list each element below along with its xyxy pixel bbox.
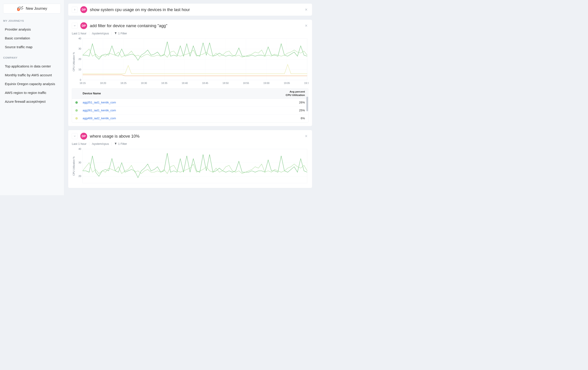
filter-chip[interactable]: 1 Filter xyxy=(112,142,130,146)
collapse-button[interactable] xyxy=(72,23,78,29)
chart: CPU Utilization % 203040 xyxy=(72,148,308,184)
chevron-down-icon xyxy=(74,135,76,137)
metric-path[interactable]: /system/cpus xyxy=(89,32,112,35)
scrollbar-thumb[interactable] xyxy=(306,97,308,111)
svg-text:18:30: 18:30 xyxy=(141,82,147,85)
svg-rect-36 xyxy=(83,149,307,183)
svg-text:18:25: 18:25 xyxy=(120,82,126,85)
series-dot-icon xyxy=(75,101,78,104)
close-button[interactable]: × xyxy=(304,7,308,12)
chevron-right-icon xyxy=(74,9,76,11)
meta-bar: Last 1 hour /system/cpus 1 Filter xyxy=(72,32,308,35)
filter-label: 1 Filter xyxy=(118,32,127,35)
series-dot-icon xyxy=(75,117,78,120)
query-text: where usage is above 10% xyxy=(90,134,301,138)
svg-text:40: 40 xyxy=(78,148,81,150)
y-axis-title: CPU Utilization % xyxy=(72,37,75,86)
svg-text:19:10: 19:10 xyxy=(304,82,308,85)
svg-text:30: 30 xyxy=(78,48,81,50)
metric-value: 25% xyxy=(268,109,305,112)
expand-button[interactable] xyxy=(72,7,78,13)
svg-text:19:05: 19:05 xyxy=(284,82,290,85)
y-axis-title: CPU Utilization % xyxy=(72,148,75,184)
main-content: DP show system cpu usage on my devices i… xyxy=(64,0,316,195)
metric-value: 26% xyxy=(268,101,305,104)
query-card: DP add filter for device name containing… xyxy=(68,20,312,126)
avatar: DP xyxy=(80,22,87,29)
meta-bar: Last 1 hour /system/cpus 1 Filter xyxy=(72,142,308,146)
svg-text:18:35: 18:35 xyxy=(161,82,168,85)
filter-label: 1 Filter xyxy=(118,142,127,146)
svg-text:18:45: 18:45 xyxy=(202,82,208,85)
svg-text:10: 10 xyxy=(78,68,81,71)
svg-text:30: 30 xyxy=(78,161,81,164)
section-label-my-journeys: MY JOURNEYS xyxy=(3,19,61,22)
query-text: show system cpu usage on my devices in t… xyxy=(90,7,301,12)
journey-icon xyxy=(17,6,23,11)
company-list: Top applications in data center Monthly … xyxy=(3,62,61,106)
metric-value: 6% xyxy=(268,116,305,120)
filter-icon xyxy=(115,32,117,35)
col-metric: Avg percent CPU Utilization xyxy=(268,90,305,97)
sidebar-item[interactable]: Azure firewall accept/reject xyxy=(3,97,61,106)
sidebar-item[interactable]: AWS region to region traffic xyxy=(3,88,61,97)
svg-text:0: 0 xyxy=(80,79,81,81)
metric-path[interactable]: /system/cpus xyxy=(89,142,112,146)
close-button[interactable]: × xyxy=(304,134,308,139)
table-row[interactable]: agg351_iad1_kentik_com 26% xyxy=(72,99,308,106)
col-device-name: Device Name xyxy=(83,92,268,95)
query-text: add filter for device name containing "a… xyxy=(90,23,301,28)
close-icon: × xyxy=(305,7,307,12)
section-label-company: COMPANY xyxy=(3,56,61,59)
svg-text:18:40: 18:40 xyxy=(182,82,188,85)
avatar: DP xyxy=(80,6,87,13)
chart: CPU Utilization % 01020304018:1518:2018:… xyxy=(72,37,308,86)
sidebar-item[interactable]: Top applications in data center xyxy=(3,62,61,71)
svg-text:18:15: 18:15 xyxy=(80,82,86,85)
table-header: Device Name Avg percent CPU Utilization xyxy=(72,88,308,99)
device-link[interactable]: agg469_iad2_kentik_com xyxy=(83,116,268,120)
close-icon: × xyxy=(305,23,307,28)
filter-icon xyxy=(115,142,117,146)
close-button[interactable]: × xyxy=(304,23,308,29)
filter-chip[interactable]: 1 Filter xyxy=(112,32,130,35)
table-row[interactable]: agg469_iad2_kentik_com 6% xyxy=(72,115,308,122)
device-table: Device Name Avg percent CPU Utilization … xyxy=(72,88,308,122)
series-dot-icon xyxy=(75,109,78,112)
sidebar-item[interactable]: Source traffic map xyxy=(3,43,61,52)
svg-text:20: 20 xyxy=(78,175,81,177)
svg-text:18:55: 18:55 xyxy=(243,82,249,85)
svg-text:40: 40 xyxy=(78,37,81,40)
device-link[interactable]: agg351_iad1_kentik_com xyxy=(83,101,268,104)
svg-text:20: 20 xyxy=(78,58,81,60)
collapse-button[interactable] xyxy=(72,133,78,139)
new-journey-button[interactable]: New Journey xyxy=(3,4,61,13)
query-card: DP show system cpu usage on my devices i… xyxy=(68,3,312,16)
my-journeys-list: Provider analysis Basic correlation Sour… xyxy=(3,25,61,52)
device-link[interactable]: agg361_iad1_kentik_com xyxy=(83,109,268,112)
query-card: DP where usage is above 10% × Last 1 hou… xyxy=(68,130,312,188)
svg-text:18:50: 18:50 xyxy=(223,82,229,85)
sidebar-item[interactable]: Equinix Oregon capacity analysis xyxy=(3,80,61,88)
close-icon: × xyxy=(305,134,307,138)
chart-svg[interactable]: 203040 xyxy=(75,148,308,184)
time-range[interactable]: Last 1 hour xyxy=(72,32,89,35)
table-row[interactable]: agg361_iad1_kentik_com 25% xyxy=(72,106,308,115)
sidebar: New Journey MY JOURNEYS Provider analysi… xyxy=(0,0,64,195)
time-range[interactable]: Last 1 hour xyxy=(72,142,89,146)
sidebar-item[interactable]: Basic correlation xyxy=(3,34,61,43)
svg-text:19:00: 19:00 xyxy=(263,82,269,85)
svg-text:18:20: 18:20 xyxy=(100,82,106,85)
avatar: DP xyxy=(80,133,87,139)
sidebar-item[interactable]: Provider analysis xyxy=(3,25,61,34)
sidebar-item[interactable]: Monthly traffic by AWS account xyxy=(3,71,61,80)
chevron-down-icon xyxy=(74,25,76,27)
new-journey-label: New Journey xyxy=(26,7,47,11)
chart-svg[interactable]: 01020304018:1518:2018:2518:3018:3518:401… xyxy=(75,37,308,86)
